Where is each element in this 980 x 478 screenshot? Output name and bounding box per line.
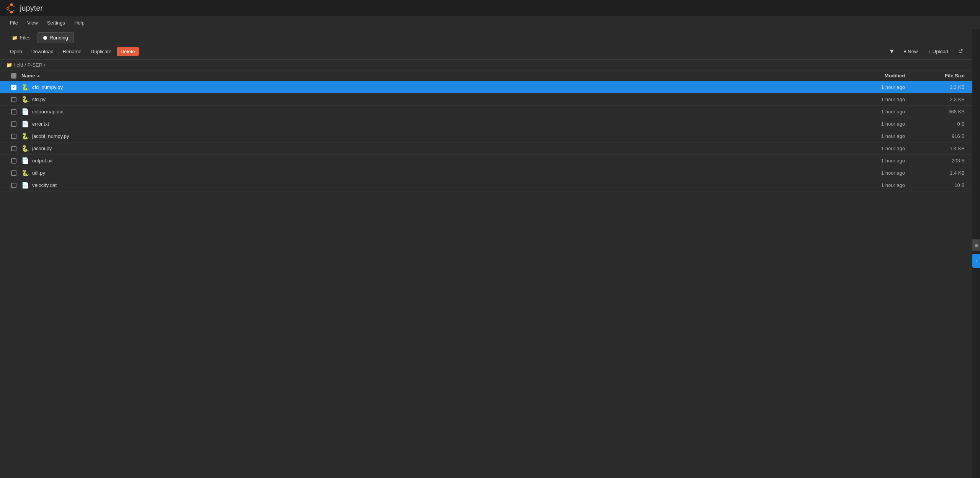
filter-icon[interactable]: ▼ <box>886 46 897 56</box>
breadcrumb-path[interactable]: / cfd / P-SER / <box>14 62 45 68</box>
jupyter-logo: jupyter <box>6 3 43 14</box>
header-checkbox-cell[interactable]: — <box>6 73 21 79</box>
name-column-label: Name <box>21 73 35 79</box>
row-checkbox[interactable] <box>11 134 16 139</box>
menu-help[interactable]: Help <box>70 19 88 26</box>
column-name[interactable]: Name ▲ <box>21 73 844 79</box>
row-checkbox[interactable] <box>11 170 16 176</box>
table-row[interactable]: 📄 output.txt 1 hour ago 203 B <box>0 155 972 167</box>
file-size: 2.3 KB <box>913 84 966 90</box>
table-row[interactable]: 🐍 jacobi.py 1 hour ago 1.4 KB <box>0 142 972 155</box>
toolbar-right: ▼ ▾ New ↑ Upload ↺ <box>886 46 966 56</box>
file-modified: 1 hour ago <box>844 84 913 90</box>
sidebar-tab-button[interactable]: ⊞ <box>972 239 980 251</box>
main-content: 📁 Files Running Open Download Rename Dup… <box>0 29 980 478</box>
app-name: jupyter <box>20 4 43 13</box>
row-checkbox-cell[interactable] <box>6 183 21 188</box>
file-name: velocity.dat <box>32 182 57 188</box>
file-size: 1.4 KB <box>913 170 966 176</box>
file-name-cell: 🐍 cfd_numpy.py <box>21 83 844 91</box>
table-row[interactable]: 📄 colourmap.dat 1 hour ago 368 KB <box>0 106 972 118</box>
file-name-cell: 🐍 util.py <box>21 169 844 177</box>
row-checkbox-cell[interactable] <box>6 170 21 176</box>
menu-settings[interactable]: Settings <box>43 19 69 26</box>
toolbar: Open Download Rename Duplicate Delete ▼ … <box>0 43 972 60</box>
file-modified: 1 hour ago <box>844 121 913 127</box>
tab-running-label: Running <box>49 35 68 41</box>
file-name: cfd_numpy.py <box>32 84 63 90</box>
new-chevron-icon: ▾ <box>904 49 906 54</box>
file-size: 916 B <box>913 133 966 139</box>
row-checkbox[interactable] <box>11 146 16 151</box>
row-checkbox-cell[interactable]: ✓ <box>6 85 21 90</box>
file-name: jacobi.py <box>32 146 52 151</box>
file-panel: 📁 Files Running Open Download Rename Dup… <box>0 29 972 478</box>
size-column-label: File Size <box>945 73 965 79</box>
row-checkbox[interactable] <box>11 183 16 188</box>
download-button[interactable]: Download <box>28 47 57 56</box>
column-size[interactable]: File Size <box>913 73 966 79</box>
tab-bar: 📁 Files Running <box>0 29 972 43</box>
file-name-cell: 📄 velocity.dat <box>21 182 844 189</box>
tab-files[interactable]: 📁 Files <box>6 32 36 43</box>
row-checkbox[interactable] <box>11 158 16 164</box>
new-button-label: New <box>908 49 918 54</box>
right-sidebar: ⊞ ‹ <box>972 29 980 478</box>
row-checkbox-cell[interactable] <box>6 97 21 102</box>
file-name-cell: 📄 output.txt <box>21 157 844 164</box>
file-name-cell: 🐍 cfd.py <box>21 96 844 103</box>
delete-button[interactable]: Delete <box>117 47 139 56</box>
file-name: colourmap.dat <box>32 109 64 115</box>
breadcrumb: 📁 / cfd / P-SER / <box>0 60 972 70</box>
menu-file[interactable]: File <box>6 19 22 26</box>
file-type-icon: 📄 <box>21 108 29 115</box>
table-row[interactable]: 🐍 util.py 1 hour ago 1.4 KB <box>0 167 972 179</box>
row-checkbox-cell[interactable] <box>6 146 21 151</box>
file-size: 1.4 KB <box>913 146 966 151</box>
duplicate-button[interactable]: Duplicate <box>87 47 115 56</box>
file-size: 10 B <box>913 182 966 188</box>
file-size: 2.3 KB <box>913 97 966 102</box>
file-type-icon: 🐍 <box>21 145 29 152</box>
refresh-button[interactable]: ↺ <box>955 46 966 56</box>
row-checkbox-cell[interactable] <box>6 158 21 164</box>
table-row[interactable]: 📄 error.txt 1 hour ago 0 B <box>0 118 972 130</box>
table-header: — Name ▲ Modified File Size <box>0 70 972 81</box>
title-bar: jupyter <box>0 0 980 17</box>
table-row[interactable]: 📄 velocity.dat 1 hour ago 10 B <box>0 179 972 192</box>
file-type-icon: 🐍 <box>21 83 29 91</box>
rename-button[interactable]: Rename <box>59 47 85 56</box>
file-modified: 1 hour ago <box>844 109 913 115</box>
file-name: output.txt <box>32 158 52 164</box>
table-row[interactable]: ✓ 🐍 cfd_numpy.py 1 hour ago 2.3 KB <box>0 81 972 93</box>
file-name-cell: 🐍 jacobi_numpy.py <box>21 133 844 140</box>
file-size: 203 B <box>913 158 966 164</box>
file-name: cfd.py <box>32 97 46 102</box>
tab-running[interactable]: Running <box>38 32 74 43</box>
table-row[interactable]: 🐍 cfd.py 1 hour ago 2.3 KB <box>0 93 972 106</box>
row-checkbox-cell[interactable] <box>6 121 21 127</box>
file-modified: 1 hour ago <box>844 133 913 139</box>
column-modified[interactable]: Modified <box>844 73 913 79</box>
file-name: jacobi_numpy.py <box>32 133 69 139</box>
menu-view[interactable]: View <box>23 19 42 26</box>
row-checkbox[interactable] <box>11 121 16 127</box>
file-modified: 1 hour ago <box>844 146 913 151</box>
file-name: error.txt <box>32 121 49 127</box>
file-name-cell: 📄 error.txt <box>21 120 844 128</box>
table-row[interactable]: 🐍 jacobi_numpy.py 1 hour ago 916 B <box>0 130 972 142</box>
file-size: 0 B <box>913 121 966 127</box>
upload-button[interactable]: ↑ Upload <box>924 47 952 56</box>
select-all-checkbox[interactable]: — <box>11 73 16 79</box>
row-checkbox-cell[interactable] <box>6 109 21 115</box>
open-button[interactable]: Open <box>6 47 26 56</box>
new-button[interactable]: ▾ New <box>900 47 921 56</box>
sidebar-collapse-button[interactable]: ‹ <box>972 254 980 268</box>
row-checkbox[interactable]: ✓ <box>11 85 16 90</box>
file-type-icon: 🐍 <box>21 96 29 103</box>
folder-icon: 📁 <box>12 35 18 41</box>
row-checkbox-cell[interactable] <box>6 134 21 139</box>
file-rows: ✓ 🐍 cfd_numpy.py 1 hour ago 2.3 KB 🐍 cfd… <box>0 81 972 192</box>
row-checkbox[interactable] <box>11 97 16 102</box>
row-checkbox[interactable] <box>11 109 16 115</box>
